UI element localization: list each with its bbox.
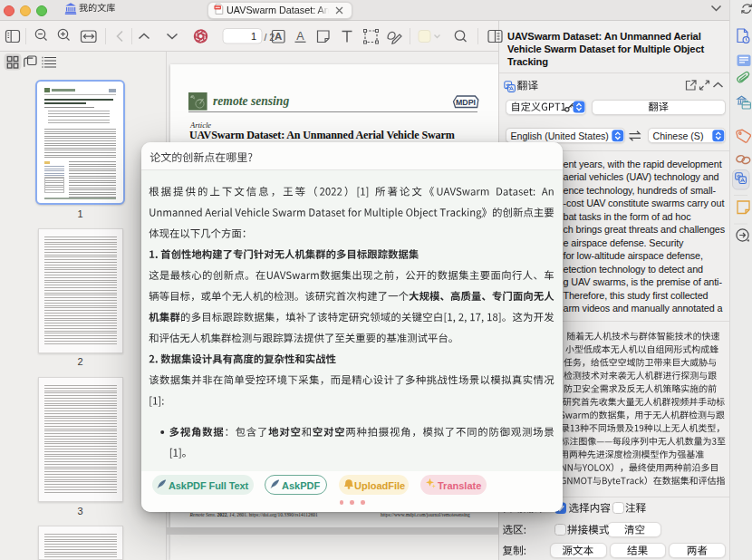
svg-text:A: A (296, 30, 304, 43)
svg-text:MDPI: MDPI (456, 98, 476, 107)
svg-text:A: A (275, 31, 282, 42)
svg-text:/ 2: / 2 (265, 32, 275, 43)
svg-text:1: 1 (251, 31, 256, 42)
